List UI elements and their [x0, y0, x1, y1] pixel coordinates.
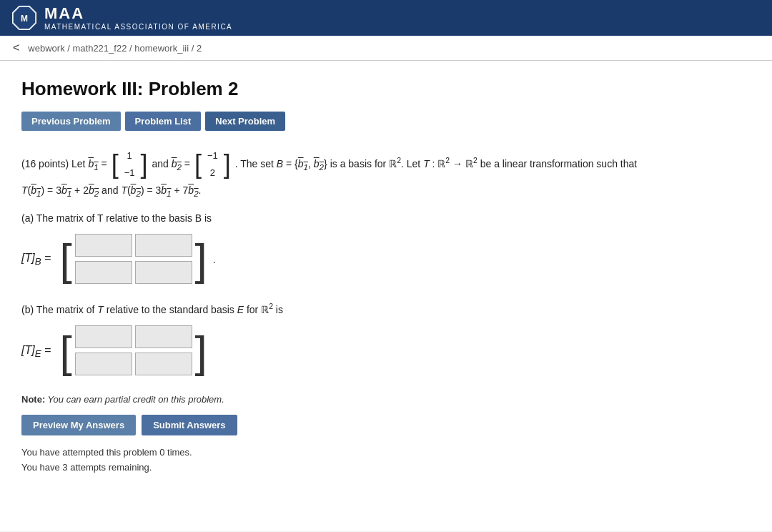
maa-logo-icon: M [11, 5, 37, 31]
part-b-text: (b) The matrix of T relative to the stan… [21, 304, 283, 315]
part-a-input-r2c2[interactable] [135, 261, 192, 284]
note-text: Note: You can earn partial credit on thi… [21, 394, 751, 405]
part-b-matrix-input: [ ] [59, 322, 207, 380]
b1-cell-2: −1 [123, 165, 137, 181]
part-b-label: (b) The matrix of T relative to the stan… [21, 302, 751, 316]
part-a-input-r2c1[interactable] [75, 261, 132, 284]
next-problem-button[interactable]: Next Problem [205, 112, 285, 131]
note-content: You can earn partial credit on this prob… [48, 394, 224, 405]
part-b-input-r2c1[interactable] [75, 353, 132, 375]
b2-cell-1: −1 [206, 148, 219, 164]
part-a-grid [72, 231, 195, 288]
b1-vec-label: b1 [88, 158, 98, 169]
part-b-input-r1c1[interactable] [75, 325, 132, 348]
b2-right-bracket: ] [224, 152, 231, 177]
attempts-line2: You have 3 attempts remaining. [21, 460, 751, 476]
b2-cells: −1 2 [202, 147, 224, 182]
part-b-input-area: [T]E = [ ] [21, 322, 751, 380]
page-title: Homework III: Problem 2 [21, 78, 751, 100]
maa-title: MAA [44, 4, 232, 23]
logo-container: M MAA MATHEMATICAL ASSOCIATION OF AMERIC… [11, 4, 232, 31]
attempts-line1: You have attempted this problem 0 times. [21, 445, 751, 460]
problem-statement: (16 points) Let b1 = [ 1 −1 ] and b2 = [… [21, 147, 751, 201]
b1-cell-1: 1 [123, 148, 137, 164]
breadcrumb-path: webwork / math221_f22 / homework_iii / 2 [28, 43, 202, 54]
b1-right-bracket: ] [141, 152, 148, 177]
note-label: Note: [21, 394, 45, 405]
submit-answers-button[interactable]: Submit Answers [142, 415, 237, 435]
part-b-grid [72, 322, 195, 380]
part-a-input-r1c1[interactable] [75, 234, 132, 257]
b2-left-bracket: [ [194, 152, 202, 177]
part-b-input-r1c2[interactable] [135, 325, 192, 348]
nav-buttons: Previous Problem Problem List Next Probl… [21, 112, 751, 131]
and-label: and [152, 158, 171, 169]
eq-sign: = [102, 158, 110, 169]
part-b-right-bracket: ] [195, 332, 207, 372]
b2-cell-2: 2 [206, 165, 219, 181]
maa-subtitle: MATHEMATICAL ASSOCIATION OF AMERICA [44, 23, 232, 31]
part-a-period: . [213, 254, 216, 265]
b1-cells: 1 −1 [119, 147, 141, 182]
part-a-matrix-input: [ ] [59, 231, 207, 288]
part-b-left-bracket: [ [59, 332, 71, 372]
part-a-input-r1c2[interactable] [135, 234, 192, 257]
preview-answers-button[interactable]: Preview My Answers [21, 415, 136, 435]
part-a-left-bracket: [ [59, 240, 71, 280]
part-a-text: (a) The matrix of T relative to the basi… [21, 212, 212, 224]
T-B-label: [T]B = [21, 252, 51, 267]
part-a-input-area: [T]B = [ ] . [21, 231, 751, 288]
part-b-input-r2c2[interactable] [135, 353, 192, 375]
main-content: Homework III: Problem 2 Previous Problem… [0, 61, 772, 531]
T-E-label: [T]E = [21, 344, 51, 359]
b2-matrix: [ −1 2 ] [194, 147, 231, 182]
action-buttons: Preview My Answers Submit Answers [21, 415, 751, 435]
previous-problem-button[interactable]: Previous Problem [21, 112, 121, 131]
breadcrumb-bar: < webwork / math221_f22 / homework_iii /… [0, 36, 772, 61]
header-text: MAA MATHEMATICAL ASSOCIATION OF AMERICA [44, 4, 232, 31]
part-a-label: (a) The matrix of T relative to the basi… [21, 212, 751, 224]
header: M MAA MATHEMATICAL ASSOCIATION OF AMERIC… [0, 0, 772, 36]
set-intro: . The set B = {b1, b2} is a basis for ℝ2… [235, 158, 638, 169]
svg-text:M: M [21, 14, 28, 24]
part-a-right-bracket: ] [195, 240, 207, 280]
problem-list-button[interactable]: Problem List [125, 112, 202, 131]
back-button[interactable]: < [10, 41, 22, 54]
attempts-info: You have attempted this problem 0 times.… [21, 445, 751, 476]
let-label: Let [71, 158, 88, 169]
eq-sign-2: = [184, 158, 193, 169]
b1-left-bracket: [ [112, 152, 119, 177]
b1-matrix: [ 1 −1 ] [112, 147, 148, 182]
points-label: (16 points) [21, 158, 69, 169]
T-b1-equation: T(b1) = 3b1 + 2b2 and T(b2) = 3b1 + 7b2. [21, 184, 202, 196]
b2-vec-label: b2 [172, 158, 182, 169]
